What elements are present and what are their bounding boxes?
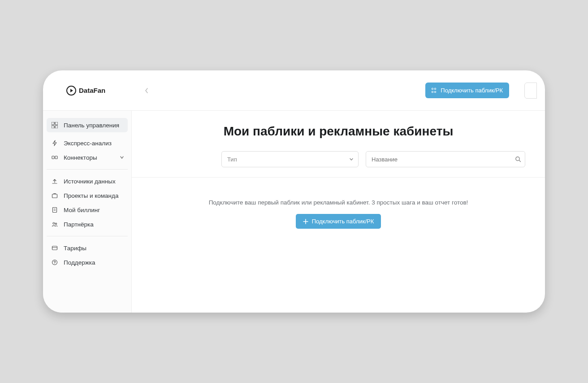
- svg-rect-7: [53, 208, 57, 213]
- sidebar-item-connectors[interactable]: Коннекторы: [47, 150, 128, 165]
- type-select-placeholder: Тип: [227, 156, 237, 163]
- grid-icon: [432, 88, 437, 93]
- sidebar-item-partner[interactable]: Партнёрка: [47, 217, 128, 231]
- sidebar-item-label: Поддержка: [64, 259, 95, 266]
- connect-public-button[interactable]: Подключить паблик/РК: [425, 83, 509, 98]
- sidebar-item-label: Мой биллинг: [64, 207, 100, 213]
- divider: [47, 236, 128, 236]
- type-select[interactable]: Тип: [221, 151, 359, 167]
- sidebar-collapse-button[interactable]: [142, 86, 151, 95]
- page-title: Мои паблики и рекламные кабинеты: [132, 124, 545, 139]
- sidebar-item-label: Экспресс-анализ: [64, 140, 112, 147]
- sidebar-item-sources[interactable]: Источники данных: [47, 174, 128, 188]
- name-search-wrap: [366, 151, 525, 167]
- bolt-icon: [51, 139, 58, 147]
- main-panel: Мои паблики и рекламные кабинеты Тип Под…: [132, 111, 545, 313]
- sidebar-item-label: Партнёрка: [64, 221, 94, 228]
- help-icon: [51, 259, 58, 266]
- svg-rect-4: [52, 156, 54, 159]
- upload-icon: [51, 178, 58, 185]
- search-icon: [515, 156, 521, 162]
- chevron-left-icon: [145, 88, 148, 93]
- plus-icon: [303, 219, 308, 224]
- svg-rect-10: [52, 246, 57, 250]
- svg-point-8: [53, 222, 55, 224]
- sidebar-item-express[interactable]: Экспресс-анализ: [47, 136, 128, 150]
- sidebar-item-support[interactable]: Поддержка: [47, 255, 128, 270]
- briefcase-icon: [51, 192, 58, 199]
- sidebar-item-label: Панель управления: [64, 122, 119, 129]
- connect-public-label: Подключить паблик/РК: [441, 87, 503, 94]
- sidebar: Панель управления Экспресс-анализ Коннек…: [43, 111, 132, 313]
- app-window: DataFan Подключить паблик/РК Панель упра…: [43, 70, 545, 313]
- plugs-icon: [51, 154, 58, 161]
- empty-connect-label: Подключить паблик/РК: [312, 218, 374, 225]
- svg-rect-0: [52, 122, 54, 125]
- sidebar-item-billing[interactable]: Мой биллинг: [47, 203, 128, 217]
- filter-row: Тип: [132, 151, 545, 177]
- logo[interactable]: DataFan: [66, 86, 105, 96]
- name-search-input[interactable]: [372, 156, 519, 163]
- empty-connect-button[interactable]: Подключить паблик/РК: [296, 214, 381, 229]
- svg-rect-5: [55, 156, 57, 159]
- logo-icon: [66, 86, 76, 96]
- sidebar-item-dashboard[interactable]: Панель управления: [47, 118, 128, 132]
- divider: [47, 169, 128, 170]
- sidebar-item-label: Тарифы: [64, 245, 86, 252]
- people-icon: [51, 221, 58, 228]
- header-right-button[interactable]: [524, 83, 537, 99]
- svg-rect-3: [55, 126, 58, 128]
- sidebar-item-label: Проекты и команда: [64, 192, 118, 199]
- svg-rect-2: [52, 126, 54, 128]
- svg-point-9: [55, 223, 56, 224]
- chevron-down-icon: [349, 157, 354, 161]
- svg-rect-6: [52, 194, 57, 198]
- receipt-icon: [51, 206, 58, 213]
- sidebar-item-label: Коннекторы: [64, 154, 97, 161]
- empty-state-text: Подключите ваш первый паблик или рекламн…: [132, 199, 545, 206]
- topbar: DataFan Подключить паблик/РК: [43, 70, 545, 111]
- chevron-down-icon: [120, 155, 124, 160]
- sidebar-item-label: Источники данных: [64, 178, 116, 185]
- dashboard-icon: [51, 122, 58, 129]
- brand-name: DataFan: [79, 87, 105, 94]
- card-icon: [51, 244, 58, 252]
- empty-state: Подключите ваш первый паблик или рекламн…: [132, 177, 545, 229]
- sidebar-item-projects[interactable]: Проекты и команда: [47, 188, 128, 203]
- sidebar-item-tariffs[interactable]: Тарифы: [47, 241, 128, 255]
- svg-rect-1: [55, 122, 58, 125]
